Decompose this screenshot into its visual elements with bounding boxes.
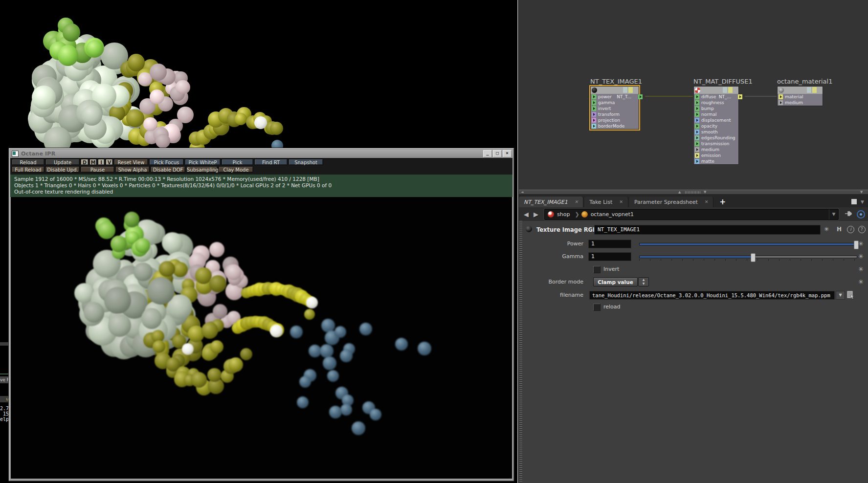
ipr-button-pause[interactable]: Pause — [81, 166, 114, 173]
input-connector-icon[interactable] — [695, 94, 699, 99]
node-name-field[interactable]: NT_TEX_IMAGE1 — [594, 225, 821, 235]
border-mode-spinner[interactable]: ▲▼ — [638, 277, 649, 286]
render-canvas[interactable] — [11, 197, 512, 479]
ipr-button-reset-view[interactable]: Reset View — [114, 159, 148, 165]
input-connector-icon[interactable] — [695, 147, 699, 152]
input-connector-icon[interactable] — [592, 94, 596, 99]
ipr-button-full-reload[interactable]: Full Reload — [12, 166, 45, 173]
pane-maximize-icon[interactable] — [851, 199, 857, 204]
filename-field[interactable]: tane_Houdini/release/Octane_3.02.0.0_Hou… — [589, 291, 835, 300]
ipr-button-find-rt[interactable]: Find RT — [254, 159, 288, 165]
node-input-borderMode[interactable]: borderMode — [591, 123, 639, 129]
border-mode-dropdown[interactable]: Clamp value — [593, 277, 638, 286]
ipr-button-d[interactable]: D — [81, 159, 89, 165]
gamma-slider[interactable] — [639, 256, 857, 258]
input-connector-icon[interactable] — [592, 112, 596, 117]
node-input-displacement[interactable]: displacement — [694, 117, 738, 123]
node-flag-icon[interactable] — [634, 87, 638, 93]
input-connector-icon[interactable] — [592, 118, 596, 123]
ipr-button-disable-dof[interactable]: Disable DOF — [151, 166, 185, 173]
breadcrumb-root[interactable]: shop — [557, 211, 570, 218]
node-flag-icon[interactable] — [818, 87, 822, 93]
pane-menu-icon[interactable]: ▼ — [861, 199, 864, 204]
gear-icon[interactable]: ✳ — [824, 226, 829, 233]
input-connector-icon[interactable] — [695, 153, 699, 158]
reload-checkbox[interactable] — [593, 304, 601, 311]
node-flag-icon[interactable] — [812, 87, 817, 93]
gear-icon[interactable]: ✳ — [858, 265, 864, 273]
minimize-button[interactable]: _ — [483, 150, 492, 157]
filename-history-dropdown[interactable]: ▼ — [836, 291, 845, 300]
input-connector-icon[interactable] — [695, 100, 699, 105]
node-flag-icon[interactable] — [807, 87, 811, 93]
ipr-button-v[interactable]: V — [106, 159, 113, 165]
node-input-medium[interactable]: medium — [778, 100, 823, 106]
pin-icon[interactable] — [845, 210, 852, 219]
ipr-button-i[interactable]: I — [98, 159, 105, 165]
file-chooser-icon[interactable] — [847, 291, 855, 301]
input-connector-icon[interactable] — [695, 106, 699, 111]
input-connector-icon[interactable] — [779, 94, 783, 99]
node-input-transmission[interactable]: transmission — [694, 141, 738, 147]
input-connector-icon[interactable] — [695, 130, 699, 134]
close-button[interactable]: × — [503, 150, 512, 157]
input-connector-icon[interactable] — [695, 135, 699, 140]
ipr-button-m[interactable]: M — [89, 159, 97, 165]
pane-vertical-divider[interactable] — [517, 0, 518, 483]
splitter-up-icon[interactable]: ▲ — [678, 190, 681, 195]
breadcrumb-node[interactable]: octane_vopnet1 — [591, 211, 634, 218]
output-connector-icon[interactable] — [738, 94, 742, 99]
splitter-menu-icon[interactable]: ▼ — [860, 190, 863, 195]
ipr-button-show-alpha[interactable]: Show Alpha — [115, 166, 150, 173]
node-flag-icon[interactable] — [734, 87, 738, 93]
input-connector-icon[interactable] — [695, 118, 699, 123]
info-icon[interactable]: i — [847, 226, 854, 233]
node-flag-icon[interactable] — [723, 87, 727, 93]
node-input-power[interactable]: powerNT_T... — [591, 94, 639, 100]
ipr-button-subsampling[interactable]: Subsampling — [186, 166, 218, 173]
window-titlebar[interactable]: Octane IPR _ □ × — [10, 150, 512, 157]
node-input-projection[interactable]: projection — [591, 117, 639, 123]
node-input-edgesRounding[interactable]: edgesRounding — [694, 135, 738, 141]
node-input-invert[interactable]: invert — [591, 106, 639, 111]
maximize-button[interactable]: □ — [493, 150, 502, 157]
forward-button[interactable]: ▶ — [534, 211, 538, 218]
ipr-button-pick-focus[interactable]: Pick Focus — [149, 159, 184, 165]
node-input-matte[interactable]: matte — [694, 158, 738, 164]
main-viewport[interactable] — [0, 0, 517, 148]
ipr-button-disable-upd-[interactable]: Disable Upd. — [45, 166, 80, 173]
node-input-bump[interactable]: bump — [694, 106, 738, 111]
input-connector-icon[interactable] — [695, 141, 699, 146]
pane-splitter[interactable]: ◄ ▲ ▼ ▼ — [519, 190, 868, 195]
ipr-button-clay-mode[interactable]: Clay Mode — [219, 166, 253, 173]
input-connector-icon[interactable] — [592, 124, 596, 129]
help-icon[interactable]: ? — [858, 226, 866, 233]
gear-icon[interactable]: ✳ — [858, 253, 864, 260]
node-input-transform[interactable]: transform — [591, 111, 639, 117]
node-flag-icon[interactable] — [728, 87, 733, 93]
tab-close-icon[interactable]: ✕ — [575, 199, 579, 204]
ipr-button-update[interactable]: Update — [45, 159, 80, 165]
node-flag-icon[interactable] — [623, 87, 627, 93]
ipr-button-pick-whitep[interactable]: Pick WhiteP — [185, 159, 221, 165]
back-button[interactable]: ◀ — [524, 211, 529, 218]
node-type-icon[interactable] — [526, 226, 532, 232]
tab-close-icon[interactable]: ✕ — [619, 199, 623, 204]
input-connector-icon[interactable] — [695, 124, 699, 129]
power-slider[interactable] — [639, 243, 857, 245]
input-connector-icon[interactable] — [695, 112, 699, 117]
power-value-field[interactable]: 1 — [588, 240, 631, 248]
input-connector-icon[interactable] — [779, 100, 783, 105]
tab-parameter-spreadsheet[interactable]: Parameter Spreadsheet ✕ — [629, 197, 714, 207]
node-input-roughness[interactable]: roughness — [694, 100, 738, 106]
ipr-button-snapshot[interactable]: Snapshot — [289, 159, 323, 165]
gamma-value-field[interactable]: 1 — [588, 252, 631, 261]
splitter-collapse-left-icon[interactable]: ◄ — [521, 190, 523, 195]
node-input-opacity[interactable]: opacity — [694, 123, 738, 129]
node-input-material[interactable]: material — [778, 94, 823, 100]
input-connector-icon[interactable] — [592, 106, 596, 111]
node-NT_MAT_DIFFUSE1[interactable]: diffuseNT_...roughnessbumpnormaldisplace… — [693, 86, 739, 165]
octane-ipr-window[interactable]: Octane IPR _ □ × ReloadUpdateDMIVReset V… — [9, 148, 514, 481]
splitter-down-icon[interactable]: ▼ — [704, 190, 706, 195]
node-input-medium[interactable]: medium — [694, 147, 738, 153]
